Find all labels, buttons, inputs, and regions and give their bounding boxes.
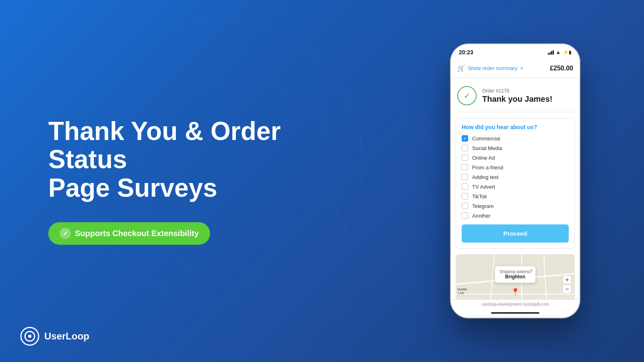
map-zoom-in-button[interactable]: +	[563, 276, 572, 284]
order-price: £250.00	[550, 65, 573, 72]
option-label-telegram: Telegram	[472, 203, 493, 209]
list-item[interactable]: Commercial	[462, 135, 569, 142]
tooltip-value: Brighton	[500, 274, 530, 280]
phone-time: 20:23	[459, 49, 473, 56]
hero-section: Thank You & Order Status Page Surveys ✓ …	[48, 117, 310, 245]
signal-icon	[548, 50, 554, 55]
checkbox-adding-test[interactable]	[462, 174, 468, 180]
order-info: Order #1176 Thank you James!	[482, 88, 573, 104]
thank-you-message: Thank you James!	[482, 95, 573, 104]
wifi-icon: ▲	[556, 49, 561, 55]
thank-you-section: ✓ Order #1176 Thank you James!	[451, 78, 580, 112]
map-pin-icon: 📍	[511, 288, 520, 296]
survey-section: How did you hear about us? Commercial So…	[456, 118, 575, 249]
option-label-tv-advert: TV Advert	[472, 184, 495, 190]
map-zoom-controls: + −	[563, 276, 572, 294]
list-item[interactable]: Online Ad	[462, 154, 569, 161]
order-number: Order #1176	[482, 88, 573, 94]
svg-point-2	[28, 335, 31, 338]
hero-title: Thank You & Order Status Page Surveys	[48, 117, 310, 202]
checkbox-social-media[interactable]	[462, 145, 468, 151]
list-item[interactable]: From a friend	[462, 164, 569, 171]
list-item[interactable]: Another	[462, 212, 569, 219]
checkbox-tv-advert[interactable]	[462, 183, 468, 190]
option-label-another: Another	[472, 213, 491, 219]
url-bar: userloop-development.myshopify.com	[451, 299, 580, 310]
checkbox-from-friend[interactable]	[462, 164, 468, 171]
phone-content: 🛒 Show order summary ∨ £250.00 ✓ Order #…	[451, 59, 580, 299]
proceed-button[interactable]: Proceed	[462, 224, 569, 243]
phone-mockup: 20:23 ▲ ⚡▮ 🛒 Show order summary ∨	[451, 44, 580, 318]
checkbox-telegram[interactable]	[462, 203, 468, 209]
tooltip-label: Shipping address	[500, 269, 530, 274]
order-summary-bar[interactable]: 🛒 Show order summary ∨ £250.00	[451, 59, 580, 78]
url-text: userloop-development.myshopify.com	[481, 302, 549, 306]
list-item[interactable]: Adding test	[462, 174, 569, 180]
list-item[interactable]: Social Media	[462, 145, 569, 151]
checkbox-online-ad[interactable]	[462, 154, 468, 161]
map-mark-las-label: MARKLAS	[458, 288, 467, 295]
phone-status-bar: 20:23 ▲ ⚡▮	[451, 44, 580, 59]
battery-icon: ⚡▮	[563, 49, 572, 55]
logo-text: UserLoop	[44, 331, 89, 342]
checkbox-another[interactable]	[462, 212, 468, 219]
map-tooltip: ✕ Shipping address Brighton	[495, 266, 535, 283]
badge-label: Supports Checkout Extensibility	[75, 229, 199, 238]
checkbox-commercial[interactable]	[462, 135, 468, 142]
checkbox-tiktok[interactable]	[462, 193, 468, 200]
option-label-social-media: Social Media	[472, 145, 502, 151]
map-background: NORTH LAINE MARKLAS 📍 ✕ Shipping address…	[456, 254, 575, 299]
list-item[interactable]: TikTok	[462, 193, 569, 200]
survey-question: How did you hear about us?	[462, 124, 569, 130]
option-label-tiktok: TikTok	[472, 193, 487, 200]
option-label-from-friend: From a friend	[472, 165, 503, 171]
survey-options: Commercial Social Media Online Ad	[462, 135, 569, 219]
option-label-commercial: Commercial	[472, 136, 500, 142]
phone-status-icons: ▲ ⚡▮	[548, 49, 572, 55]
phone-body: 20:23 ▲ ⚡▮ 🛒 Show order summary ∨	[451, 44, 580, 318]
order-summary-left[interactable]: 🛒 Show order summary ∨	[457, 64, 523, 72]
map-zoom-out-button[interactable]: −	[563, 285, 572, 294]
logo: UserLoop	[20, 327, 89, 346]
option-label-adding-test: Adding test	[472, 174, 498, 180]
order-summary-label[interactable]: Show order summary	[468, 65, 518, 71]
map-road	[489, 254, 495, 299]
home-indicator	[451, 310, 580, 318]
home-bar	[491, 312, 539, 314]
cart-icon: 🛒	[457, 64, 465, 72]
list-item[interactable]: Telegram	[462, 203, 569, 209]
list-item[interactable]: TV Advert	[462, 183, 569, 190]
badge-check-icon: ✓	[60, 228, 71, 239]
option-label-online-ad: Online Ad	[472, 155, 495, 161]
userloop-logo-icon	[20, 327, 39, 346]
order-check-icon: ✓	[457, 86, 477, 105]
chevron-down-icon: ∨	[520, 66, 523, 71]
map-section: NORTH LAINE MARKLAS 📍 ✕ Shipping address…	[456, 254, 575, 299]
checkout-badge: ✓ Supports Checkout Extensibility	[48, 222, 210, 245]
close-icon[interactable]: ✕	[530, 268, 533, 273]
